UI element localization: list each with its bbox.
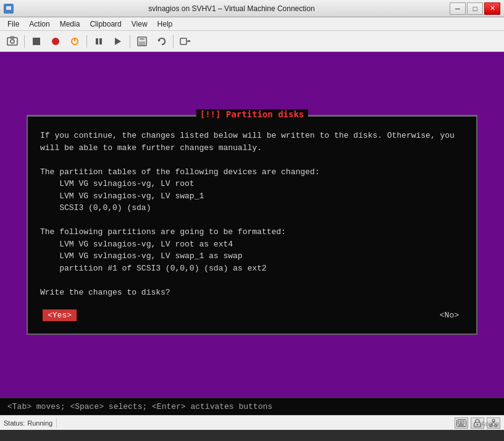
status-section: Status: Running bbox=[4, 418, 61, 428]
toolbar-stop-button[interactable] bbox=[28, 33, 45, 49]
svg-rect-26 bbox=[460, 422, 463, 424]
window-controls: ─ □ ✕ bbox=[450, 2, 500, 15]
pause-icon bbox=[94, 37, 103, 46]
status-bar: Status: Running bbox=[0, 415, 504, 430]
toolbar bbox=[0, 31, 504, 52]
toolbar-separator-2 bbox=[86, 35, 87, 48]
svg-rect-24 bbox=[463, 421, 464, 422]
toolbar-undo-button[interactable] bbox=[153, 33, 170, 49]
dialog-actions: <Yes> <No> bbox=[40, 309, 464, 321]
status-divider bbox=[56, 418, 57, 428]
screenshot-icon bbox=[7, 36, 18, 47]
key-icon bbox=[180, 37, 191, 46]
toolbar-power-button[interactable] bbox=[66, 33, 83, 49]
no-button[interactable]: <No> bbox=[437, 309, 461, 321]
svg-rect-27 bbox=[463, 422, 464, 424]
svg-rect-5 bbox=[33, 38, 40, 45]
svg-rect-16 bbox=[180, 38, 187, 44]
svg-rect-22 bbox=[460, 421, 461, 422]
menu-clipboard[interactable]: Clipboard bbox=[85, 19, 126, 30]
keyboard-icon bbox=[456, 419, 466, 427]
toolbar-separator-1 bbox=[24, 35, 25, 48]
status-label: Status: bbox=[4, 419, 25, 427]
power-icon bbox=[70, 37, 79, 46]
status-value: Running bbox=[27, 419, 52, 427]
svg-rect-21 bbox=[458, 421, 459, 422]
watermark: Anoop bbox=[481, 421, 499, 427]
title-bar: svlnagios on SVHV1 – Virtual Machine Con… bbox=[0, 0, 504, 17]
svg-point-3 bbox=[10, 40, 14, 43]
menu-help[interactable]: Help bbox=[153, 19, 178, 30]
dialog-body: If you continue, the changes listed belo… bbox=[40, 130, 464, 298]
toolbar-separator-4 bbox=[173, 35, 174, 48]
menu-bar: File Action Media Clipboard View Help bbox=[0, 17, 504, 31]
svg-rect-25 bbox=[458, 422, 459, 424]
menu-view[interactable]: View bbox=[127, 19, 153, 30]
svg-rect-10 bbox=[99, 38, 102, 44]
svg-rect-2 bbox=[7, 38, 17, 45]
toolbar-save-button[interactable] bbox=[133, 33, 151, 49]
toolbar-record-button[interactable] bbox=[47, 33, 64, 49]
toolbar-separator-3 bbox=[130, 35, 130, 48]
toolbar-play-button[interactable] bbox=[109, 33, 127, 49]
svg-rect-13 bbox=[140, 37, 145, 40]
yes-button[interactable]: <Yes> bbox=[43, 309, 77, 321]
svg-point-30 bbox=[477, 424, 478, 425]
play-icon bbox=[114, 37, 122, 46]
dialog-title: [!!] Partition disks bbox=[196, 109, 308, 119]
dialog-title-bar: [!!] Partition disks bbox=[196, 109, 308, 120]
save-icon bbox=[137, 36, 147, 46]
toolbar-key-button[interactable] bbox=[177, 33, 194, 49]
window-title: svlnagios on SVHV1 – Virtual Machine Con… bbox=[14, 4, 450, 13]
app-icon bbox=[4, 4, 14, 14]
toolbar-pause-button[interactable] bbox=[90, 33, 107, 49]
svg-rect-23 bbox=[461, 421, 463, 422]
hint-bar: <Tab> moves; <Space> selects; <Enter> ac… bbox=[0, 398, 504, 415]
toolbar-screenshot-button[interactable] bbox=[4, 33, 21, 49]
menu-file[interactable]: File bbox=[2, 19, 24, 30]
record-icon bbox=[51, 37, 60, 46]
svg-point-6 bbox=[52, 38, 59, 45]
menu-action[interactable]: Action bbox=[24, 19, 54, 30]
status-icon-keyboard[interactable] bbox=[455, 418, 468, 429]
partition-dialog: [!!] Partition disks If you continue, th… bbox=[27, 115, 477, 335]
stop-icon bbox=[32, 37, 41, 46]
svg-rect-1 bbox=[6, 6, 11, 10]
undo-icon bbox=[156, 36, 166, 46]
lock-icon bbox=[473, 419, 482, 427]
svg-rect-28 bbox=[458, 424, 464, 426]
hint-text: <Tab> moves; <Space> selects; <Enter> ac… bbox=[7, 402, 272, 411]
vm-display: [!!] Partition disks If you continue, th… bbox=[0, 52, 504, 398]
minimize-button[interactable]: ─ bbox=[450, 2, 466, 15]
svg-rect-9 bbox=[96, 38, 98, 44]
menu-media[interactable]: Media bbox=[55, 19, 85, 30]
svg-marker-11 bbox=[115, 38, 121, 45]
close-button[interactable]: ✕ bbox=[484, 2, 500, 15]
maximize-button[interactable]: □ bbox=[467, 2, 483, 15]
svg-rect-14 bbox=[139, 41, 145, 45]
